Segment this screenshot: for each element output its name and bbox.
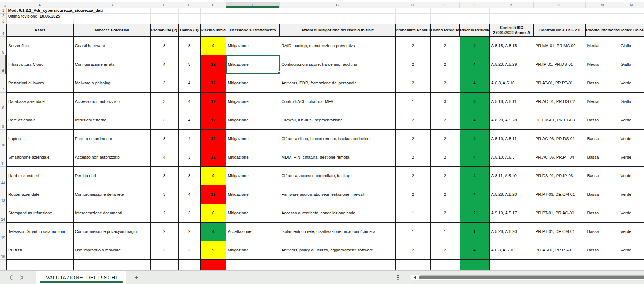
empty-cell[interactable] (280, 19, 395, 24)
column-letter-B[interactable]: B (73, 2, 150, 8)
scrollbar-thumb[interactable] (419, 276, 644, 279)
cell-E15[interactable]: 4 (200, 222, 226, 241)
cell-D13[interactable]: 4 (178, 185, 200, 204)
row-header-7[interactable]: 7 (0, 74, 6, 92)
cell-N8[interactable]: Giallo (619, 92, 644, 111)
cell-H9[interactable]: 2 (395, 111, 430, 129)
cell-F5[interactable]: Mitigazione (226, 36, 280, 55)
empty-cell[interactable] (178, 13, 200, 19)
cell-A17[interactable] (6, 259, 73, 270)
cell-H14[interactable]: 1 (395, 204, 430, 222)
empty-cell[interactable] (460, 19, 489, 24)
column-letter-E[interactable]: E (200, 2, 226, 8)
cell-F9[interactable]: Mitigazione (226, 111, 280, 129)
cell-D17[interactable] (178, 259, 200, 270)
cell-K16[interactable]: A.6.3, A.5.10 (489, 241, 534, 259)
empty-cell[interactable] (150, 19, 178, 24)
cell-G5[interactable]: RAID, backup, manutenzione preventiva (280, 36, 395, 55)
column-letter-I[interactable]: I (430, 2, 460, 8)
row-header-15[interactable]: 15 (0, 222, 6, 241)
cell-N14[interactable]: Verde (619, 204, 644, 222)
cell-H11[interactable]: 2 (395, 148, 430, 166)
cell-L14[interactable]: PR.PT-01, PR.AC-01 (534, 204, 586, 222)
cell-C16[interactable]: 3 (150, 241, 178, 259)
cell-C5[interactable]: 3 (150, 36, 178, 55)
cell-C6[interactable]: 4 (150, 55, 178, 74)
cell-C7[interactable]: 3 (150, 74, 178, 92)
cell-M14[interactable]: Bassa (586, 204, 619, 222)
cell-N11[interactable]: Verde (619, 148, 644, 166)
cell-E12[interactable]: 9 (200, 166, 226, 185)
cell-E6[interactable]: 12 (200, 55, 226, 74)
empty-cell[interactable] (395, 13, 430, 19)
cell-J15[interactable]: 1 (460, 222, 489, 241)
cell-H5[interactable]: 2 (395, 36, 430, 55)
selected-cell[interactable]: Mitigazione (226, 55, 280, 74)
cell-N12[interactable]: Verde (619, 166, 644, 185)
column-letter-G[interactable]: G (280, 2, 395, 8)
empty-cell[interactable] (586, 19, 619, 24)
cell-N7[interactable]: Verde (619, 74, 644, 92)
row-header-8[interactable]: 8 (0, 92, 6, 111)
cell-A6[interactable]: Infrastruttura Cloud (6, 55, 73, 74)
row-header-17[interactable] (0, 259, 6, 270)
cell-I7[interactable]: 2 (430, 74, 460, 92)
empty-cell[interactable] (430, 8, 460, 13)
cell-J11[interactable]: 4 (460, 148, 489, 166)
header-decisione[interactable]: Decisione su trattamento (226, 24, 280, 36)
cell-C12[interactable]: 3 (150, 166, 178, 185)
cell-K13[interactable]: A.5.28, A.8.20 (489, 185, 534, 204)
cell-N13[interactable]: Verde (619, 185, 644, 204)
cell-D11[interactable]: 3 (178, 148, 200, 166)
cell-I13[interactable]: 2 (430, 185, 460, 204)
cell-G14[interactable]: Accesso autenticato, cancellazione coda (280, 204, 395, 222)
cell-E9[interactable]: 12 (200, 111, 226, 129)
cell-L5[interactable]: PR.MA-01, PR.MA-02 (534, 36, 586, 55)
empty-cell[interactable] (395, 8, 430, 13)
header-controlli-nist[interactable]: Controlli NIST CSF 2.0 (534, 24, 586, 36)
next-sheet-button[interactable] (16, 275, 27, 280)
cell-F10[interactable]: Mitigazione (226, 129, 280, 148)
doc-title-cell[interactable]: Mod. 6.1.2.2_Vdr_cybersicurezza_sicurezz… (6, 8, 150, 13)
cell-L17[interactable] (534, 259, 586, 270)
cell-G15[interactable]: Isolamento in rete, disattivazione micro… (280, 222, 395, 241)
empty-cell[interactable] (430, 19, 460, 24)
cell-F16[interactable]: Mitigazione (226, 241, 280, 259)
cell-I17[interactable] (430, 259, 460, 270)
cell-N17[interactable] (619, 259, 644, 270)
cell-G11[interactable]: MDM, PIN, cifratura, gestione remota (280, 148, 395, 166)
cell-M11[interactable]: Bassa (586, 148, 619, 166)
cell-F14[interactable]: Mitigazione (226, 204, 280, 222)
header-rischio-iniziale[interactable]: Rischio Iniziale (200, 24, 226, 36)
cell-D8[interactable]: 4 (178, 92, 200, 111)
cell-K7[interactable]: A.6.3, A.5.10 (489, 74, 534, 92)
empty-cell[interactable] (619, 19, 644, 24)
header-priorita-intervento[interactable]: Priorità Intervento (586, 24, 619, 36)
cell-L10[interactable]: PR.AC-03, PR.DS-01 (534, 129, 586, 148)
cell-E13[interactable]: 12 (200, 185, 226, 204)
cell-C8[interactable]: 3 (150, 92, 178, 111)
cell-D5[interactable]: 3 (178, 36, 200, 55)
cell-H13[interactable]: 2 (395, 185, 430, 204)
empty-cell[interactable] (619, 13, 644, 19)
empty-cell[interactable] (460, 8, 489, 13)
cell-D16[interactable]: 3 (178, 241, 200, 259)
empty-cell[interactable] (73, 19, 150, 24)
cell-L16[interactable]: PR.AT-01, PR.PT-01 (534, 241, 586, 259)
scroll-left-arrow-icon[interactable] (414, 276, 416, 279)
cell-C17[interactable] (150, 259, 178, 270)
cell-E17[interactable] (200, 259, 226, 270)
cell-M10[interactable]: Bassa (586, 129, 619, 148)
cell-B12[interactable]: Perdita dati (73, 166, 150, 185)
cell-C13[interactable]: 3 (150, 185, 178, 204)
cell-K17[interactable] (489, 259, 534, 270)
cell-A13[interactable]: Router aziendale (6, 185, 73, 204)
cell-D12[interactable]: 3 (178, 166, 200, 185)
cell-D6[interactable]: 3 (178, 55, 200, 74)
header-asset[interactable]: Asset (6, 24, 73, 36)
empty-cell[interactable] (6, 19, 73, 24)
cell-I8[interactable]: 3 (430, 92, 460, 111)
cell-A7[interactable]: Postazioni di lavoro (6, 74, 73, 92)
empty-cell[interactable] (460, 13, 489, 19)
cell-E14[interactable]: 6 (200, 204, 226, 222)
